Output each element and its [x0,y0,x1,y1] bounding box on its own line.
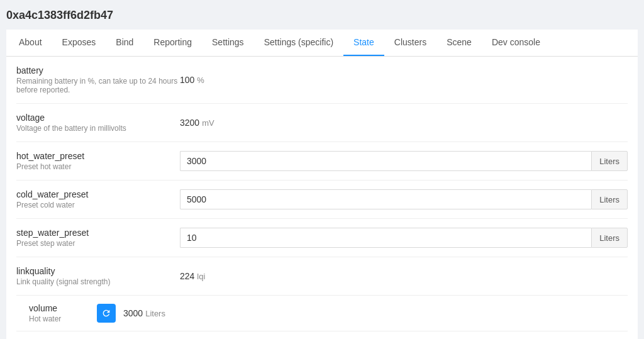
tab-bar: AboutExposesBindReportingSettingsSetting… [6,30,638,57]
tab-settings-specific[interactable]: Settings (specific) [254,30,343,56]
row-label-hot_water_preset: hot_water_presetPreset hot water [16,151,180,171]
label-title-battery: battery [16,65,180,75]
unit-btn-hot_water_preset: Liters [591,151,628,171]
row-battery: batteryRemaining battery in %, can take … [16,57,628,104]
sub-row-volume-hot: volumeHot water3000 Liters [16,296,628,331]
preset-input-step_water_preset[interactable] [180,228,591,248]
sub-desc-volume-hot: Hot water [29,314,92,323]
tab-about[interactable]: About [9,30,52,56]
input-group-hot_water_preset: Liters [180,151,628,171]
label-desc-step_water_preset: Preset step water [16,239,180,248]
device-title: 0xa4c1383ff6d2fb47 [6,6,638,25]
input-group-step_water_preset: Liters [180,228,628,248]
unit-text-battery: % [197,75,204,85]
input-group-cold_water_preset: Liters [180,189,628,209]
label-title-linkquality: linkquality [16,266,180,276]
unit-text-voltage: mV [202,118,214,128]
tab-bind[interactable]: Bind [106,30,143,56]
value-text-linkquality: 224 [180,271,194,281]
label-title-voltage: voltage [16,113,180,123]
row-value-hot_water_preset: Liters [180,151,628,171]
tab-reporting[interactable]: Reporting [143,30,202,56]
tab-settings[interactable]: Settings [202,30,254,56]
row-linkquality: linkqualityLink quality (signal strength… [16,257,628,296]
row-label-battery: batteryRemaining battery in %, can take … [16,65,180,94]
row-label-linkquality: linkqualityLink quality (signal strength… [16,266,180,286]
tab-clusters[interactable]: Clusters [384,30,436,56]
row-cold_water_preset: cold_water_presetPreset cold waterLiters [16,181,628,219]
label-title-cold_water_preset: cold_water_preset [16,189,180,199]
label-title-step_water_preset: step_water_preset [16,228,180,238]
tab-exposes[interactable]: Exposes [52,30,106,56]
value-text-voltage: 3200 [180,118,199,128]
refresh-button-volume-hot[interactable] [97,304,116,323]
unit-btn-step_water_preset: Liters [591,228,628,248]
sub-row-volume-cold: volumeCold water5000 Liters [16,331,628,339]
value-text-battery: 100 [180,75,194,85]
row-value-cold_water_preset: Liters [180,189,628,209]
tab-dev-console[interactable]: Dev console [482,30,550,56]
preset-input-hot_water_preset[interactable] [180,151,591,171]
row-hot_water_preset: hot_water_presetPreset hot waterLiters [16,142,628,181]
row-voltage: voltageVoltage of the battery in millivo… [16,104,628,142]
tab-scene[interactable]: Scene [436,30,482,56]
label-desc-cold_water_preset: Preset cold water [16,201,180,209]
row-value-linkquality: 224 lqi [180,271,628,281]
row-value-step_water_preset: Liters [180,228,628,248]
preset-input-cold_water_preset[interactable] [180,189,591,209]
row-value-battery: 100 % [180,75,628,85]
row-step_water_preset: step_water_presetPreset step waterLiters [16,219,628,257]
row-label-step_water_preset: step_water_presetPreset step water [16,228,180,248]
label-desc-hot_water_preset: Preset hot water [16,162,180,171]
unit-btn-cold_water_preset: Liters [591,189,628,209]
sub-label-block-volume-hot: volumeHot water [29,303,92,323]
content-area: batteryRemaining battery in %, can take … [6,57,638,339]
row-label-cold_water_preset: cold_water_presetPreset cold water [16,189,180,209]
label-desc-battery: Remaining battery in %, can take up to 2… [16,77,180,94]
row-value-voltage: 3200 mV [180,118,628,128]
label-desc-voltage: Voltage of the battery in millivolts [16,124,180,133]
sub-row-inner-volume-hot: volumeHot water3000 Liters [29,303,628,323]
tab-state[interactable]: State [343,30,384,56]
sub-unit-volume-hot: Liters [145,309,165,318]
row-label-voltage: voltageVoltage of the battery in millivo… [16,113,180,133]
sub-value-volume-hot: 3000 [123,308,143,318]
label-desc-linkquality: Link quality (signal strength) [16,277,180,286]
sub-title-volume-hot: volume [29,303,92,313]
unit-text-linkquality: lqi [197,272,205,281]
page-wrapper: 0xa4c1383ff6d2fb47 AboutExposesBindRepor… [0,0,644,339]
label-title-hot_water_preset: hot_water_preset [16,151,180,161]
